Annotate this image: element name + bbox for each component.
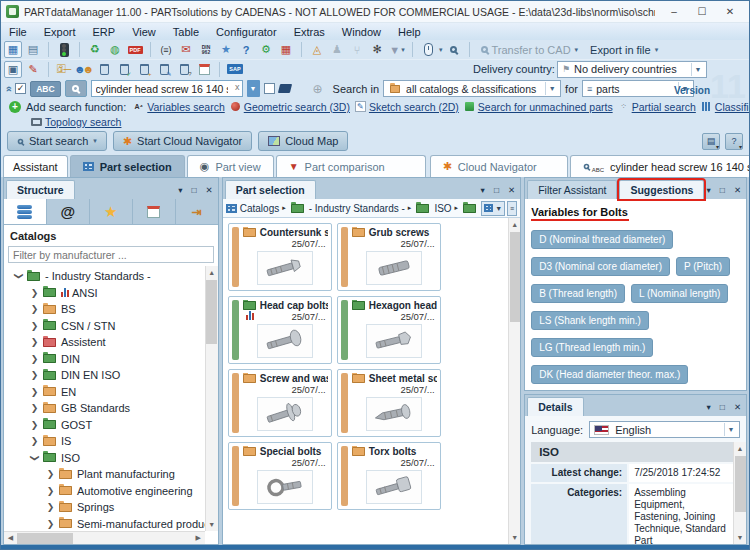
scroll-thumb[interactable] <box>206 280 217 344</box>
tree-item[interactable]: ❯Assistent <box>4 334 205 351</box>
formula-icon[interactable]: (≡) <box>157 41 175 58</box>
tile-sheet-metal-screw[interactable]: Sheet metal screw 25/07/... <box>337 369 441 437</box>
unmachined-search-link[interactable]: Search for unmachined parts <box>464 101 613 113</box>
scroll-thumb[interactable] <box>510 232 520 322</box>
menu-help[interactable]: Help <box>398 26 421 38</box>
tab-catalogs[interactable] <box>4 199 47 224</box>
chip-lg[interactable]: LG (Thread length min.) <box>531 338 653 357</box>
filter-assistant-tab[interactable]: Filter Assistant <box>527 180 617 199</box>
pen-icon[interactable]: ✎ <box>24 61 42 78</box>
close-button[interactable]: ✕ <box>716 2 744 22</box>
export-in-file-button[interactable]: Export in file▾ <box>585 43 663 57</box>
panel-menu-icon[interactable]: ▾ <box>178 185 182 195</box>
breadcrumb-iso[interactable]: ISO <box>434 203 451 214</box>
tree-item[interactable]: ❯GB Standards <box>4 400 205 417</box>
tree-item[interactable]: ❯DIN EN ISO <box>4 367 205 384</box>
tab-export[interactable]: ⇥ <box>176 199 218 224</box>
scroll-up-icon[interactable]: ▲ <box>206 266 218 279</box>
globe-icon[interactable]: ◍ <box>106 41 124 58</box>
din962-icon[interactable]: DIN962 <box>197 41 215 58</box>
maximize-button[interactable]: ☐ <box>688 2 716 22</box>
scroll-down-icon[interactable]: ▼ <box>206 518 218 531</box>
trash-edit-icon[interactable]: ✎ <box>155 61 173 78</box>
text-search-toggle[interactable]: ABC <box>30 81 60 97</box>
settings-gear-icon[interactable]: ⚙ <box>257 41 275 58</box>
robot-icon[interactable]: ♟ <box>328 41 346 58</box>
tree-item[interactable]: ❯CSN / STN <box>4 318 205 335</box>
trash-icon[interactable] <box>95 61 113 78</box>
menu-export[interactable]: Export <box>44 26 76 38</box>
magic-wand-icon[interactable]: ✻ <box>368 41 386 58</box>
parts-vertical-scrollbar[interactable]: ▲▼ <box>508 218 520 544</box>
details-tab[interactable]: Details <box>527 397 583 416</box>
scroll-right-icon[interactable]: ▶ <box>192 534 205 542</box>
chevron-icon[interactable]: ❯ <box>28 403 41 413</box>
options-button[interactable]: ▤▾ <box>702 133 720 150</box>
tree-item[interactable]: ❯IS <box>4 433 205 450</box>
panel-layout-icon[interactable]: ▣ <box>4 61 22 78</box>
search-option-checkbox[interactable]: ✓ <box>15 83 26 94</box>
chevron-icon[interactable]: ❯ <box>28 387 41 397</box>
suggestions-tab[interactable]: Suggestions <box>619 180 704 199</box>
chevron-icon[interactable]: ❯ <box>44 486 57 496</box>
refresh-icon[interactable]: ♻ <box>86 41 104 58</box>
cloud-map-button[interactable]: Cloud Map <box>258 131 348 151</box>
3d-view-icon[interactable]: ◬ <box>308 41 326 58</box>
part-selection-tab[interactable]: Part selection <box>225 180 316 199</box>
tree-item[interactable]: ❯GOST <box>4 417 205 434</box>
tab-assistant[interactable]: Assistant <box>3 155 68 177</box>
menu-erp[interactable]: ERP <box>93 26 116 38</box>
panel-close-icon[interactable]: ✕ <box>734 185 741 195</box>
tab-part-view[interactable]: ◉ Part view <box>187 155 274 177</box>
panel-menu-icon[interactable]: ▾ <box>481 185 485 195</box>
mouse-settings-icon[interactable] <box>419 41 437 58</box>
panel-menu-icon[interactable]: ▾ <box>706 402 710 412</box>
collapse-icon[interactable]: » <box>2 85 14 91</box>
chip-d[interactable]: D (Nominal thread diameter) <box>531 230 673 249</box>
chevron-icon[interactable]: ❯ <box>44 502 57 512</box>
structure-tab[interactable]: Structure <box>6 180 75 199</box>
tree-item[interactable]: ❯ANSI <box>4 285 205 302</box>
clear-search-icon[interactable]: x <box>235 82 240 92</box>
chevron-icon[interactable]: ❯ <box>28 321 41 331</box>
tab-part-comparison[interactable]: ▼ Part comparison <box>276 155 426 177</box>
panel-maximize-icon[interactable]: □ <box>720 402 725 412</box>
chevron-icon[interactable]: ❯ <box>28 370 41 380</box>
panel-close-icon[interactable]: ✕ <box>734 402 741 412</box>
search-input[interactable] <box>91 80 243 97</box>
start-search-button[interactable]: Start search▾ <box>7 131 107 151</box>
tab-history[interactable] <box>133 199 176 224</box>
chevron-icon[interactable]: ❯ <box>28 354 41 364</box>
search-mode-button[interactable] <box>65 80 87 97</box>
chevron-down-icon[interactable]: ▼ <box>545 82 558 95</box>
menu-table[interactable]: Table <box>173 26 199 38</box>
tab-favorites[interactable]: ★ <box>90 199 133 224</box>
chip-p[interactable]: P (Pitch) <box>676 257 730 276</box>
language-select[interactable]: English ▼ <box>589 421 740 438</box>
zoom-icon[interactable] <box>445 41 463 58</box>
tree-item[interactable]: ❯Plant manufacturing <box>4 466 205 483</box>
tile-screw-and-washer[interactable]: Screw and washer 25/07/... <box>228 369 332 437</box>
context-help-button[interactable]: ?▾ <box>725 133 743 150</box>
scroll-up-icon[interactable]: ▲ <box>734 442 746 455</box>
chip-b[interactable]: B (Thread length) <box>531 284 625 303</box>
key-icon[interactable]: ⚿︎○─ <box>55 61 73 78</box>
details-scrollbar[interactable]: ▲▼ <box>733 442 746 544</box>
menu-window[interactable]: Window <box>342 26 381 38</box>
panel-maximize-icon[interactable]: □ <box>494 185 499 195</box>
chevron-down-icon[interactable]: ▼ <box>724 423 737 436</box>
chevron-icon[interactable]: ❯ <box>30 451 40 464</box>
tree-item[interactable]: ❯ISO <box>4 450 205 467</box>
panel-maximize-icon[interactable]: □ <box>191 185 196 195</box>
exact-checkbox[interactable] <box>264 83 275 94</box>
add-circle-icon[interactable]: ⊕ <box>313 83 323 95</box>
scroll-thumb[interactable] <box>735 456 746 512</box>
tile-countersunk-screw[interactable]: Countersunk screw 25/07/... <box>228 223 332 291</box>
tile-head-cap-bolts[interactable]: Head cap bolts 25/07/... <box>228 296 332 364</box>
sketch-search-link[interactable]: ✎Sketch search (2D) <box>355 101 459 113</box>
partial-search-link[interactable]: ⁘Partial search <box>618 101 696 113</box>
panel-maximize-icon[interactable]: □ <box>720 185 725 195</box>
mouse-settings-caret[interactable]: ▾ <box>439 46 443 54</box>
transfer-to-cad-button[interactable]: Transfer to CAD▾ <box>476 43 584 57</box>
menu-configurator[interactable]: Configurator <box>216 26 277 38</box>
